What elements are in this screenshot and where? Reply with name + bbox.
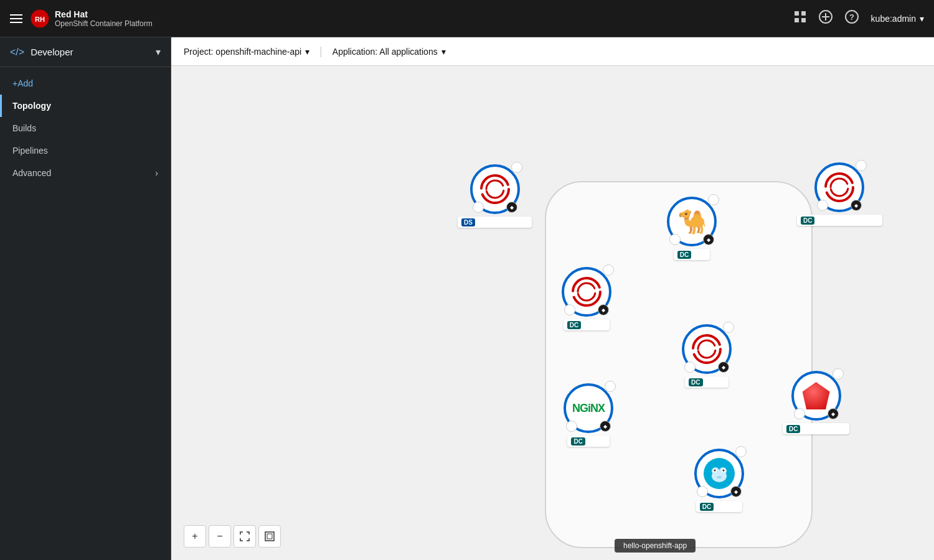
external-link-icon-nginx[interactable]: ⧉ xyxy=(605,381,616,392)
node-badge-perl: DC xyxy=(677,251,691,259)
plus-icon[interactable] xyxy=(819,10,833,27)
node-name-python: python xyxy=(583,320,606,329)
zoom-out-button[interactable]: − xyxy=(209,525,231,548)
git-icon[interactable]: ◆ xyxy=(506,202,517,213)
svg-rect-2 xyxy=(795,11,799,16)
external-link-icon-python[interactable]: ⧉ xyxy=(603,264,614,276)
user-menu[interactable]: kube:admin ▾ xyxy=(871,14,924,24)
node-name-golang: golang xyxy=(716,502,738,511)
node-python[interactable]: ⧉ ↻ ◆ DC python xyxy=(562,267,611,330)
redhat-logo-icon: RH xyxy=(30,9,50,29)
application-dropdown[interactable]: Application: All applications ▾ xyxy=(333,47,446,57)
sync-icon[interactable]: ↻ xyxy=(473,202,484,213)
brand-name: Red Hat xyxy=(55,9,153,19)
external-link-icon-mysql[interactable]: ⧉ xyxy=(723,322,734,333)
developer-icon: </> xyxy=(10,47,24,58)
external-link-icon-nodejs[interactable]: ⧉ xyxy=(833,368,844,380)
sync-icon-ws[interactable]: ↻ xyxy=(817,200,828,211)
svg-rect-4 xyxy=(795,18,799,22)
sync-icon-nodejs[interactable]: ↻ xyxy=(794,408,805,419)
node-perl[interactable]: 🐪 ⧉ ↻ ◆ DC perl xyxy=(667,197,717,260)
zoom-in-button[interactable]: + xyxy=(184,525,206,548)
brand-text: Red Hat OpenShift Container Platform xyxy=(55,9,153,28)
help-icon[interactable]: ? xyxy=(845,10,859,27)
ruby-gem-icon xyxy=(803,382,830,409)
pipelines-label: Pipelines xyxy=(12,146,48,156)
git-icon-mysql[interactable]: ◆ xyxy=(718,362,729,373)
git-icon-nginx[interactable]: ◆ xyxy=(600,421,611,432)
sync-icon-golang[interactable]: ↻ xyxy=(697,486,708,497)
svg-rect-29 xyxy=(267,534,272,539)
topology-canvas: hello-openshift-app ⧉ ↻ ◆ D xyxy=(171,66,934,560)
node-nginx[interactable]: NGiNX ⧉ ↻ ◆ DC nginx xyxy=(564,383,613,447)
content-toolbar: Project: openshift-machine-api ▾ | Appli… xyxy=(171,37,934,66)
external-link-icon-ws[interactable]: ⧉ xyxy=(856,160,867,171)
git-icon-golang[interactable]: ◆ xyxy=(730,486,742,497)
node-badge-nodejs: DC xyxy=(786,425,800,433)
brand-product: OpenShift Container Platform xyxy=(55,19,153,28)
node-badge-golang: DC xyxy=(700,503,714,511)
node-sdn-controller[interactable]: ⧉ ↻ ◆ DS SDN-Controller xyxy=(458,164,532,228)
application-label: Application: All applications xyxy=(333,47,438,57)
node-workspace2fpzc[interactable]: ⧉ ↻ ◆ DC Workspace2fpzc... xyxy=(797,162,882,226)
topology-label: Topology xyxy=(12,101,51,111)
sync-icon-perl[interactable]: ↻ xyxy=(669,234,681,245)
external-link-icon[interactable]: ⧉ xyxy=(511,162,522,173)
topbar: RH Red Hat OpenShift Container Platform … xyxy=(0,0,934,37)
git-icon-python[interactable]: ◆ xyxy=(598,304,609,315)
perspective-label: Developer xyxy=(31,47,73,57)
git-icon-perl[interactable]: ◆ xyxy=(703,234,714,245)
content-area: Project: openshift-machine-api ▾ | Appli… xyxy=(171,37,934,560)
hamburger-menu[interactable] xyxy=(10,14,22,23)
svg-point-26 xyxy=(723,470,725,472)
advanced-label: Advanced xyxy=(12,168,51,178)
grid-icon[interactable] xyxy=(794,11,806,26)
node-badge-ds: DS xyxy=(461,218,475,226)
group-label: hello-openshift-app xyxy=(615,539,696,553)
git-icon-nodejs[interactable]: ◆ xyxy=(828,408,839,419)
nginx-logo-text: NGiNX xyxy=(572,402,605,415)
svg-rect-28 xyxy=(265,532,274,541)
zoom-controls: + − xyxy=(184,525,281,548)
node-golang[interactable]: ⧉ ↻ ◆ DC golang xyxy=(694,449,744,512)
svg-point-16 xyxy=(578,283,595,301)
builds-label: Builds xyxy=(12,123,36,133)
fit-to-screen-button[interactable] xyxy=(234,525,256,548)
svg-point-25 xyxy=(714,470,716,472)
sidebar-item-pipelines[interactable]: Pipelines xyxy=(0,139,171,162)
svg-text:RH: RH xyxy=(35,15,45,22)
sidebar-item-advanced[interactable]: Advanced › xyxy=(0,162,171,184)
project-dropdown[interactable]: Project: openshift-machine-api ▾ xyxy=(184,47,309,57)
openshift-logo-icon-mysql xyxy=(692,334,722,364)
external-link-icon-perl[interactable]: ⧉ xyxy=(708,194,719,205)
sync-icon-python[interactable]: ↻ xyxy=(564,304,575,315)
sidebar-item-add[interactable]: +Add xyxy=(0,72,171,95)
sync-icon-nginx[interactable]: ↻ xyxy=(566,421,577,432)
node-name-nodejs: nodejs-ex-git xyxy=(803,424,846,433)
node-name-workspace: Workspace2fpzc... xyxy=(817,216,878,225)
toolbar-divider: | xyxy=(319,45,323,58)
node-badge-python: DC xyxy=(567,321,581,329)
git-icon-ws[interactable]: ◆ xyxy=(851,200,862,211)
openshift-logo-icon-2 xyxy=(824,172,854,202)
sidebar: </> Developer ▾ +Add Topology Builds Pip… xyxy=(0,37,171,560)
brand-logo: RH Red Hat OpenShift Container Platform xyxy=(30,9,153,29)
sync-icon-mysql[interactable]: ↻ xyxy=(684,362,696,373)
add-label: +Add xyxy=(12,78,33,88)
openshift-logo-icon xyxy=(480,174,510,204)
node-name-sdn: SDN-Controller xyxy=(478,218,528,226)
node-mysql[interactable]: ⧉ ↻ ◆ DC mysql xyxy=(682,324,732,388)
svg-rect-3 xyxy=(801,11,806,16)
svg-point-18 xyxy=(698,340,715,358)
project-caret-icon: ▾ xyxy=(305,47,309,57)
sidebar-item-topology[interactable]: Topology xyxy=(0,95,171,117)
project-label: Project: openshift-machine-api xyxy=(184,47,301,57)
expand-button[interactable] xyxy=(258,525,281,548)
external-link-icon-golang[interactable]: ⧉ xyxy=(735,446,747,457)
perspective-switcher[interactable]: </> Developer ▾ xyxy=(0,37,171,67)
sidebar-item-builds[interactable]: Builds xyxy=(0,117,171,139)
node-badge-mysql: DC xyxy=(689,378,702,386)
topbar-icons: ? kube:admin ▾ xyxy=(794,10,924,27)
node-nodejs-ex-git[interactable]: ⧉ ↻ ◆ DC nodejs-ex-git xyxy=(783,371,849,434)
node-badge-workspace: DC xyxy=(801,217,814,225)
